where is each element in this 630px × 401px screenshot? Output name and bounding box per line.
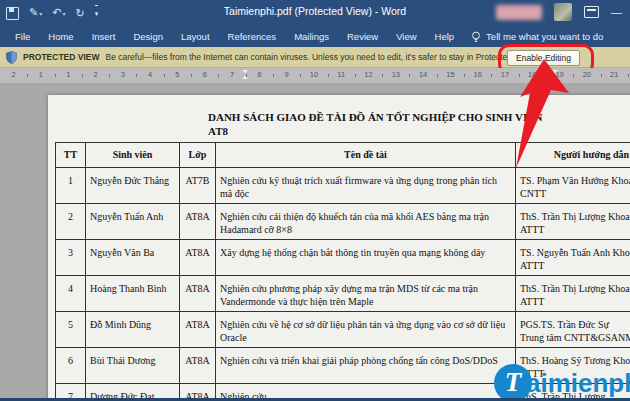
- assignment-table: TT Sinh viên Lớp Tên đề tài Người hướng …: [55, 142, 630, 398]
- cell-name: Bùi Thái Dương: [86, 348, 180, 384]
- tab-file[interactable]: File: [6, 26, 39, 47]
- undo-icon[interactable]: ↶▾: [52, 4, 65, 22]
- tellme-box[interactable]: Tell me what you want to do: [471, 31, 603, 43]
- save-icon[interactable]: [6, 7, 19, 20]
- table-row: 2 Nguyễn Tuấn Anh AT8A Nghiên cứu cải th…: [56, 204, 630, 240]
- word-window: ✎▾ ↶▾ ↻ ▾ Taimienphi.pdf (Protected View…: [0, 0, 630, 401]
- ruler-number: 10: [300, 68, 327, 83]
- redo-icon[interactable]: ↻: [75, 5, 84, 21]
- redacted-username: [496, 5, 542, 20]
- cell-topic: Nghiên cứu cải thiện độ khuếch tán của m…: [216, 204, 516, 240]
- tab-help[interactable]: Help: [426, 26, 464, 47]
- watermark-logo: T aimienphi VN: [494, 364, 630, 401]
- cell-name: Nguyễn Tuấn Anh: [86, 204, 180, 240]
- ruler-number: 20: [573, 68, 600, 83]
- ruler-number: 18: [519, 68, 546, 83]
- cell-supervisor: TS. Nguyễn Tuấn Anh KhoaATTT: [516, 240, 630, 276]
- document-area: DANH SÁCH GIAO ĐỀ TÀI ĐỒ ÁN TỐT NGHIỆP C…: [0, 83, 630, 398]
- header-topic: Tên đề tài: [216, 143, 516, 168]
- lightbulb-icon: [471, 31, 481, 43]
- title-bar: ✎▾ ↶▾ ↻ ▾ Taimienphi.pdf (Protected View…: [0, 0, 630, 26]
- ribbon-tabs: FileHomeInsertDesignLayoutReferencesMail…: [0, 26, 630, 47]
- cell-supervisor: PGS.TS. Trần Đức SựTrung tâm CNTT&GSANM: [516, 312, 630, 348]
- pen-dropdown-icon[interactable]: ▾: [39, 11, 42, 17]
- ruler-number: 3: [109, 68, 136, 83]
- customize-qat-icon[interactable]: ▾: [95, 5, 99, 22]
- ruler-number: 15: [437, 68, 464, 83]
- ruler-number: 9: [273, 68, 300, 83]
- ruler-number: 1: [55, 68, 82, 83]
- cell-name: Đỗ Minh Dũng: [86, 312, 180, 348]
- cell-supervisor: TS. Phạm Văn Hưởng KhoaCNTT: [516, 168, 630, 204]
- table-header-row: TT Sinh viên Lớp Tên đề tài Người hướng …: [56, 143, 630, 168]
- cell-topic: Nghiên cứu phương pháp xây dựng ma trận …: [216, 276, 516, 312]
- cell-class: AT8A: [180, 240, 216, 276]
- tab-home[interactable]: Home: [39, 26, 82, 47]
- undo-dropdown-icon[interactable]: ▾: [62, 11, 65, 17]
- cell-supervisor: ThS. Trần Thị Lượng KhoaATTT: [516, 204, 630, 240]
- ruler-number: 17: [491, 68, 518, 83]
- watermark-text: aimienphi: [526, 368, 630, 399]
- cell-tt: 3: [56, 240, 86, 276]
- avatar[interactable]: [554, 3, 572, 21]
- table-row: 1 Nguyễn Đức Thắng AT7B Nghiên cứu kỹ th…: [56, 168, 630, 204]
- table-row: 4 Hoàng Thanh Bình AT8A Nghiên cứu phươn…: [56, 276, 630, 312]
- ruler-number: 2: [82, 68, 109, 83]
- ruler-number: 7: [218, 68, 245, 83]
- quick-access-toolbar: ✎▾ ↶▾ ↻ ▾: [6, 4, 98, 22]
- header-name: Sinh viên: [86, 143, 180, 168]
- table-row: 5 Đỗ Minh Dũng AT8A Nghiên cứu về hệ cơ …: [56, 312, 630, 348]
- cell-tt: 5: [56, 312, 86, 348]
- titlebar-right: —: [496, 3, 622, 21]
- header-supervisor: Người hướng dẫn: [516, 143, 630, 168]
- document-page[interactable]: DANH SÁCH GIAO ĐỀ TÀI ĐỒ ÁN TỐT NGHIỆP C…: [48, 95, 630, 398]
- ribbon-display-options-icon[interactable]: [584, 6, 599, 18]
- cell-tt: 1: [56, 168, 86, 204]
- cell-name: Nguyễn Đức Thắng: [86, 168, 180, 204]
- cell-supervisor: ThS. Trần Thị Lượng KhoaATTT: [516, 276, 630, 312]
- cell-class: AT7B: [180, 168, 216, 204]
- header-tt: TT: [56, 143, 86, 168]
- cell-topic: Nghiên cứu về hệ cơ sở dữ liệu phân tán …: [216, 312, 516, 348]
- minimize-button[interactable]: —: [611, 3, 622, 21]
- ruler-number: 6: [191, 68, 218, 83]
- pen-icon[interactable]: ✎▾: [29, 4, 42, 22]
- ruler-number: 19: [546, 68, 573, 83]
- tab-references[interactable]: References: [219, 26, 286, 47]
- tab-design[interactable]: Design: [124, 26, 172, 47]
- ruler-number: 5: [164, 68, 191, 83]
- ruler-number: 14: [409, 68, 436, 83]
- cell-class: AT8A: [180, 348, 216, 384]
- protected-view-message: Be careful—files from the Internet can c…: [106, 52, 535, 62]
- cell-topic: Nghiên cứu kỹ thuật trích xuất firmware …: [216, 168, 516, 204]
- tab-mailings[interactable]: Mailings: [285, 26, 338, 47]
- cell-tt: 6: [56, 348, 86, 384]
- ruler-number: 1: [27, 68, 54, 83]
- ruler-number: 21: [601, 68, 628, 83]
- tab-layout[interactable]: Layout: [172, 26, 219, 47]
- enable-editing-button[interactable]: Enable Editing: [507, 50, 580, 66]
- shield-icon: [6, 51, 17, 64]
- tab-view[interactable]: View: [387, 26, 425, 47]
- cell-name: Dương Đức Đạt: [86, 384, 180, 398]
- tab-review[interactable]: Review: [338, 26, 387, 47]
- ruler-number: 4: [136, 68, 163, 83]
- cell-topic: Nghiên cứu ...: [216, 384, 516, 398]
- ruler-number: 12: [355, 68, 382, 83]
- cell-topic: Nghiên cứu và triển khai giải pháp phòng…: [216, 348, 516, 384]
- ruler-number: 13: [382, 68, 409, 83]
- tellme-label: Tell me what you want to do: [486, 31, 603, 42]
- header-class: Lớp: [180, 143, 216, 168]
- table-row: 3 Nguyễn Văn Ba AT8A Xây dựng hệ thống c…: [56, 240, 630, 276]
- cell-class: AT8A: [180, 276, 216, 312]
- ruler-number: 2: [0, 68, 27, 83]
- cell-tt: 2: [56, 204, 86, 240]
- cell-tt: 4: [56, 276, 86, 312]
- horizontal-ruler[interactable]: 21123456789101112131415161718192021: [0, 68, 630, 84]
- cell-class: AT8A: [180, 384, 216, 398]
- protected-view-label: PROTECTED VIEW: [23, 52, 100, 62]
- cell-tt: 7: [56, 384, 86, 398]
- cell-class: AT8A: [180, 204, 216, 240]
- tab-insert[interactable]: Insert: [83, 26, 125, 47]
- ruler-number: 11: [328, 68, 355, 83]
